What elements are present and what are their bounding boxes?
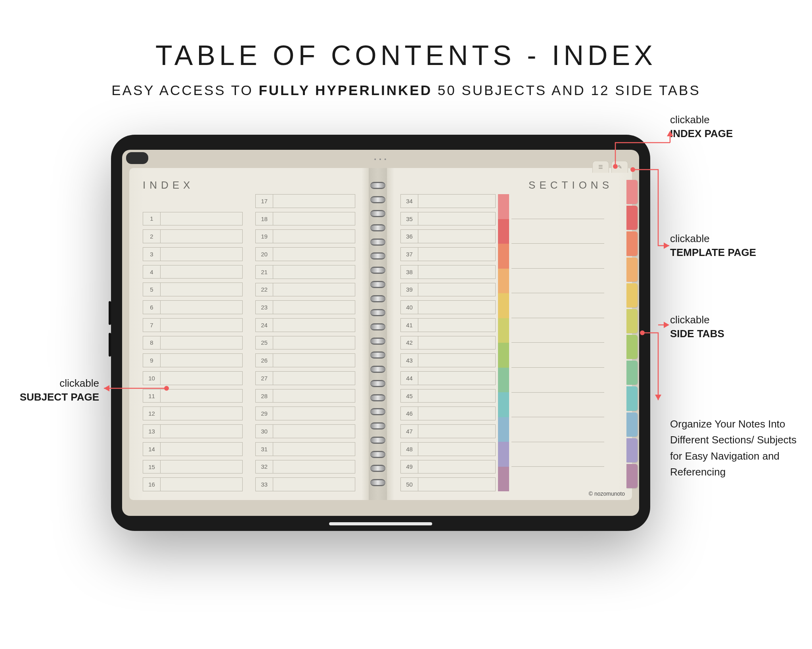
side-tab-5[interactable] bbox=[626, 283, 638, 307]
section-row-7[interactable] bbox=[511, 343, 604, 368]
index-number: 35 bbox=[401, 212, 418, 225]
section-row-8[interactable] bbox=[511, 368, 604, 393]
index-row-47[interactable]: 47 bbox=[400, 424, 496, 438]
index-row-20[interactable]: 20 bbox=[255, 247, 355, 261]
section-row-10[interactable] bbox=[511, 417, 604, 442]
index-number: 7 bbox=[143, 319, 161, 332]
section-row-5[interactable] bbox=[511, 293, 604, 318]
side-tab-12[interactable] bbox=[626, 464, 638, 488]
index-row-6[interactable]: 6 bbox=[143, 300, 243, 314]
index-row-36[interactable]: 36 bbox=[400, 229, 496, 243]
index-row-18[interactable]: 18 bbox=[255, 212, 355, 226]
index-row-37[interactable]: 37 bbox=[400, 247, 496, 261]
section-row-2[interactable] bbox=[511, 219, 604, 244]
index-row-9[interactable]: 9 bbox=[143, 353, 243, 367]
index-row-29[interactable]: 29 bbox=[255, 407, 355, 420]
side-tab-11[interactable] bbox=[626, 438, 638, 462]
index-row-40[interactable]: 40 bbox=[400, 300, 496, 314]
index-row-28[interactable]: 28 bbox=[255, 389, 355, 403]
index-number: 2 bbox=[143, 230, 161, 243]
index-row-7[interactable]: 7 bbox=[143, 318, 243, 332]
index-row-32[interactable]: 32 bbox=[255, 460, 355, 474]
index-row-42[interactable]: 42 bbox=[400, 336, 496, 350]
index-row-38[interactable]: 38 bbox=[400, 265, 496, 279]
page-left: INDEX 1234567891011121314151617181920212… bbox=[129, 168, 369, 500]
index-row-16[interactable]: 16 bbox=[143, 477, 243, 491]
section-row-1[interactable] bbox=[511, 194, 604, 219]
index-row-27[interactable]: 27 bbox=[255, 371, 355, 385]
index-row-50[interactable]: 50 bbox=[400, 477, 496, 491]
index-number: 47 bbox=[401, 425, 418, 438]
index-row-1[interactable]: 1 bbox=[143, 212, 243, 226]
template-tab[interactable]: ✎ bbox=[611, 161, 628, 173]
index-number: 41 bbox=[401, 319, 418, 332]
index-number: 17 bbox=[256, 195, 273, 208]
index-number: 5 bbox=[143, 283, 161, 296]
index-row-45[interactable]: 45 bbox=[400, 389, 496, 403]
index-row-26[interactable]: 26 bbox=[255, 353, 355, 367]
section-row-4[interactable] bbox=[511, 269, 604, 294]
index-row-12[interactable]: 12 bbox=[143, 407, 243, 420]
index-number: 40 bbox=[401, 301, 418, 314]
page-title: TABLE OF CONTENTS - INDEX bbox=[0, 40, 812, 71]
index-row-49[interactable]: 49 bbox=[400, 460, 496, 474]
section-row-6[interactable] bbox=[511, 318, 604, 343]
side-tab-9[interactable] bbox=[626, 386, 638, 410]
index-row-10[interactable]: 10 bbox=[143, 371, 243, 385]
section-row-11[interactable] bbox=[511, 442, 604, 467]
index-row-17[interactable]: 17 bbox=[255, 194, 355, 208]
index-row-21[interactable]: 21 bbox=[255, 265, 355, 279]
index-row-4[interactable]: 4 bbox=[143, 265, 243, 279]
index-row-31[interactable]: 31 bbox=[255, 442, 355, 456]
index-row-2[interactable]: 2 bbox=[143, 229, 243, 243]
section-row-3[interactable] bbox=[511, 244, 604, 269]
side-tab-10[interactable] bbox=[626, 412, 638, 437]
index-row-8[interactable]: 8 bbox=[143, 336, 243, 350]
index-row-35[interactable]: 35 bbox=[400, 212, 496, 226]
index-row-33[interactable]: 33 bbox=[255, 477, 355, 491]
index-row-25[interactable]: 25 bbox=[255, 336, 355, 350]
index-row-23[interactable]: 23 bbox=[255, 300, 355, 314]
section-row-12[interactable] bbox=[511, 467, 604, 491]
index-number: 38 bbox=[401, 265, 418, 279]
index-tab[interactable]: ☰ bbox=[592, 161, 609, 173]
svg-marker-1 bbox=[104, 385, 109, 391]
index-number: 14 bbox=[143, 443, 161, 456]
index-row-13[interactable]: 13 bbox=[143, 424, 243, 438]
index-row-41[interactable]: 41 bbox=[400, 318, 496, 332]
index-row-48[interactable]: 48 bbox=[400, 442, 496, 456]
index-row-43[interactable]: 43 bbox=[400, 353, 496, 367]
index-number: 39 bbox=[401, 283, 418, 296]
side-tab-1[interactable] bbox=[626, 180, 638, 204]
callout-subject-page: clickable SUBJECT PAGE bbox=[0, 376, 99, 404]
index-row-44[interactable]: 44 bbox=[400, 371, 496, 385]
side-tab-6[interactable] bbox=[626, 309, 638, 333]
index-number: 22 bbox=[256, 283, 273, 296]
section-row-9[interactable] bbox=[511, 393, 604, 418]
side-tab-4[interactable] bbox=[626, 258, 638, 282]
side-tab-2[interactable] bbox=[626, 206, 638, 230]
index-number: 6 bbox=[143, 301, 161, 314]
callout-side-tabs: clickable SIDE TABS bbox=[670, 313, 724, 341]
index-row-15[interactable]: 15 bbox=[143, 460, 243, 474]
index-row-5[interactable]: 5 bbox=[143, 283, 243, 296]
index-number: 13 bbox=[143, 425, 161, 438]
index-row-19[interactable]: 19 bbox=[255, 229, 355, 243]
index-row-22[interactable]: 22 bbox=[255, 283, 355, 297]
toolbar-pill[interactable] bbox=[126, 152, 148, 164]
side-tab-7[interactable] bbox=[626, 335, 638, 359]
index-row-11[interactable]: 11 bbox=[143, 389, 243, 403]
index-row-46[interactable]: 46 bbox=[400, 407, 496, 420]
index-row-39[interactable]: 39 bbox=[400, 283, 496, 297]
index-row-3[interactable]: 3 bbox=[143, 247, 243, 261]
index-number: 46 bbox=[401, 407, 418, 420]
index-row-24[interactable]: 24 bbox=[255, 318, 355, 332]
index-row-30[interactable]: 30 bbox=[255, 424, 355, 438]
sections-list bbox=[511, 194, 604, 491]
index-row-34[interactable]: 34 bbox=[400, 194, 496, 208]
index-number: 23 bbox=[256, 301, 273, 314]
side-tab-8[interactable] bbox=[626, 361, 638, 385]
side-tab-3[interactable] bbox=[626, 231, 638, 256]
index-row-14[interactable]: 14 bbox=[143, 442, 243, 456]
notebook: INDEX 1234567891011121314151617181920212… bbox=[129, 168, 632, 500]
